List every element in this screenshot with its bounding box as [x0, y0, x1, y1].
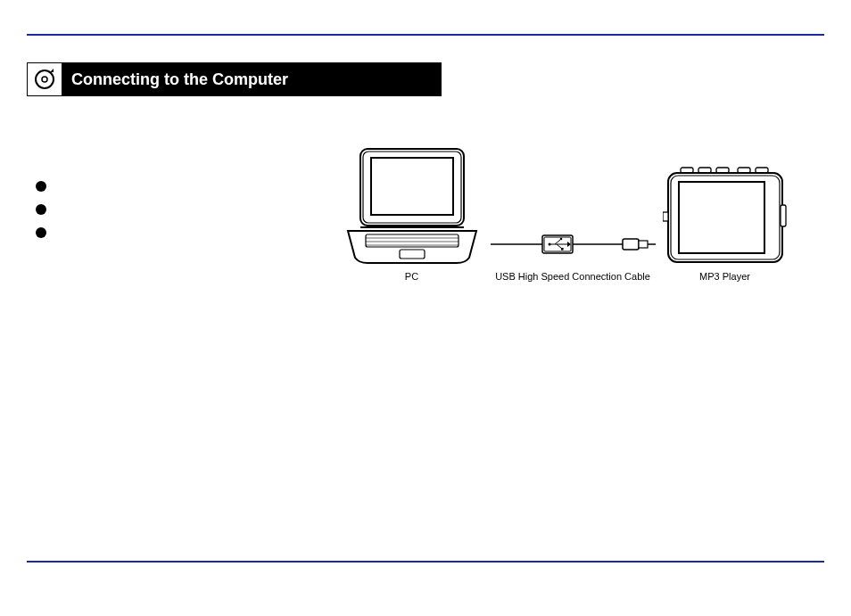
list-item: [36, 204, 312, 215]
svg-rect-4: [371, 158, 453, 215]
cable-column: USB High Speed Connection Cable: [491, 228, 656, 282]
pc-label: PC: [405, 271, 418, 282]
svg-rect-32: [781, 205, 786, 226]
bullet-dot-icon: [36, 204, 46, 215]
cable-label: USB High Speed Connection Cable: [495, 271, 650, 282]
content-row: PC: [27, 145, 824, 282]
bullet-dot-icon: [36, 227, 46, 238]
svg-rect-22: [639, 241, 648, 248]
svg-point-17: [559, 238, 562, 241]
bottom-horizontal-rule: [27, 561, 824, 563]
mp3-player-icon: [663, 166, 788, 266]
pc-column: PC: [341, 145, 483, 282]
list-item: [36, 227, 312, 238]
section-title: Connecting to the Computer: [62, 62, 442, 96]
section-title-bar: Connecting to the Computer: [27, 62, 442, 96]
top-horizontal-rule: [27, 34, 824, 36]
laptop-icon: [341, 145, 483, 266]
svg-rect-19: [561, 248, 564, 251]
svg-point-0: [36, 70, 54, 88]
player-column: MP3 Player: [663, 166, 788, 282]
svg-rect-31: [679, 182, 764, 253]
connection-diagram: PC: [312, 145, 824, 282]
svg-rect-21: [623, 239, 639, 250]
bullet-dot-icon: [36, 181, 46, 192]
svg-rect-33: [663, 212, 668, 221]
usb-cable-icon: [491, 228, 656, 260]
section-title-text: Connecting to the Computer: [71, 70, 288, 89]
svg-rect-10: [400, 250, 425, 259]
svg-point-1: [42, 77, 47, 82]
disc-icon: [27, 62, 62, 96]
player-label: MP3 Player: [699, 271, 750, 282]
bullet-list: [27, 145, 312, 282]
list-item: [36, 181, 312, 192]
